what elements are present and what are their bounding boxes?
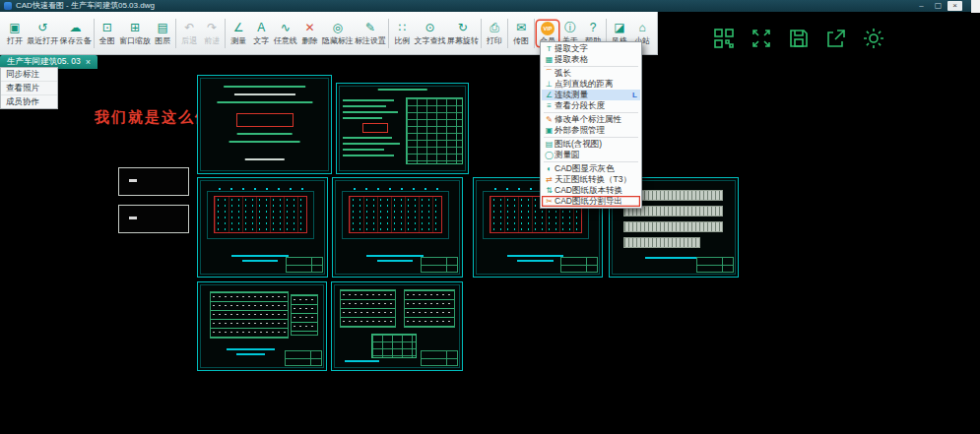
toolbar-item-hide-annotation[interactable]: ◎隐藏标注 — [321, 20, 353, 46]
menu-item-modify-annotation[interactable]: ✎修改单个标注属性 — [542, 114, 640, 125]
cloud-backup-label: 保存云备 — [60, 36, 92, 45]
plan-sheet-1[interactable] — [197, 177, 328, 278]
menu-item-split-export[interactable]: ✂CAD图纸分割导出 — [542, 196, 640, 207]
extract-table-icon: ▦ — [544, 54, 555, 65]
toolbar-item-back: ↶后退 — [178, 20, 200, 46]
menu-item-measure-circle[interactable]: ◯测量圆 — [542, 150, 640, 160]
toolbar-item-recent-open[interactable]: ↺最近打开 — [27, 20, 58, 46]
toolbar-item-layers[interactable]: ▤图层 — [152, 20, 173, 46]
delete-label: 删除 — [301, 36, 317, 45]
spec-title-line — [377, 89, 427, 91]
drawing-canvas[interactable]: 我们就是这么做的 — [0, 69, 980, 434]
version-convert-icon: ⇅ — [544, 185, 555, 196]
app-window: CAD快速看图 - 生产车间建筑05.03.dwg – ▢ × ▣打开↺最近打开… — [0, 0, 980, 434]
title-block — [421, 350, 458, 366]
detail-mark — [129, 179, 137, 182]
toolbar-item-annotation-settings[interactable]: ✎标注设置 — [355, 20, 386, 46]
save-icon[interactable] — [786, 26, 811, 50]
toolbar-item-cloud-backup[interactable]: ☁保存云备 — [59, 20, 91, 46]
extract-text-icon: T — [544, 43, 555, 54]
maximize-button[interactable]: ▢ — [931, 1, 946, 11]
menu-item-label: 天正图纸转换（T3） — [555, 174, 631, 185]
toolbar-item-free-line[interactable]: ∿任意线 — [273, 20, 297, 46]
tab-close-icon[interactable]: × — [86, 58, 91, 67]
plan-caption — [517, 260, 553, 262]
menu-item-cad-gray[interactable]: ◐CAD图显示灰色 — [542, 163, 640, 174]
forward-icon: ↷ — [207, 21, 217, 35]
menu-item-extract-text[interactable]: T提取文字 — [542, 43, 640, 54]
title-block — [560, 257, 598, 273]
left-menu-item-member-collab[interactable]: 成员协作 — [1, 95, 57, 108]
close-button[interactable]: × — [947, 1, 962, 11]
app-icon — [4, 2, 12, 10]
layers-icon: ▤ — [158, 21, 168, 35]
menu-item-tianzheng-convert[interactable]: ⇄天正图纸转换（T3） — [542, 174, 640, 185]
share-icon[interactable] — [823, 26, 848, 50]
toolbar-item-full-view[interactable]: ⊡全图 — [97, 20, 118, 46]
cover-text-line — [233, 93, 294, 95]
menu-item-segment-length[interactable]: ≡查看分段长度 — [542, 100, 640, 111]
menu-item-label: 弧长 — [555, 68, 571, 79]
cover-sheet[interactable] — [197, 75, 332, 174]
menu-item-extract-table[interactable]: ▦提取表格 — [542, 54, 640, 65]
section-detail — [371, 334, 418, 358]
toolbar-separator — [534, 19, 535, 48]
toolbar-item-delete[interactable]: ✕删除 — [298, 20, 320, 46]
settings-gear-icon[interactable] — [861, 26, 885, 50]
toolbar-separator — [225, 19, 226, 48]
title-block — [696, 257, 734, 273]
menu-separator — [544, 161, 638, 162]
window-zoom-icon: ⊞ — [130, 21, 140, 35]
quick-action-bar — [711, 26, 885, 50]
layers-label: 图层 — [155, 36, 170, 45]
plan-caption — [645, 257, 696, 259]
floor-plan-outline — [214, 196, 307, 233]
text-label: 文字 — [253, 36, 269, 45]
menu-item-point-line-distance[interactable]: ⊥点到直线的距离 — [542, 79, 640, 90]
qr-code-icon[interactable] — [711, 26, 736, 50]
vip-member-icon: VIP — [541, 22, 555, 35]
hide-annotation-icon: ◎ — [332, 21, 342, 35]
menu-item-continuous-measure[interactable]: ∠连续测量L — [542, 90, 640, 100]
open-icon: ▣ — [9, 21, 20, 35]
vip-dropdown-menu: T提取文字▦提取表格⌒弧长⊥点到直线的距离∠连续测量L≡查看分段长度✎修改单个标… — [540, 41, 642, 209]
floor-plan-outline — [349, 196, 442, 233]
toolbar-item-text[interactable]: A文字 — [250, 20, 272, 46]
spec-text-line — [343, 143, 400, 145]
toolbar-separator — [94, 19, 95, 48]
menu-item-label: 连续测量 — [555, 90, 588, 100]
menu-item-version-convert[interactable]: ⇅CAD图纸版本转换 — [542, 185, 640, 196]
menu-item-arc-length[interactable]: ⌒弧长 — [542, 68, 640, 79]
toolbar-item-scale[interactable]: ∷比例 — [391, 20, 413, 46]
title-block — [286, 257, 323, 273]
plan-sheet-2[interactable] — [332, 177, 463, 278]
left-menu-item-sync-annotation[interactable]: 同步标注 — [1, 68, 57, 82]
minimize-button[interactable]: – — [914, 1, 929, 11]
toolbar-item-text-search[interactable]: ⊙文字查找 — [414, 20, 445, 46]
menu-shortcut: L — [632, 91, 637, 99]
plan-caption — [507, 255, 563, 257]
spec-sheet[interactable] — [336, 83, 469, 174]
measure-label: 测量 — [230, 36, 246, 45]
arc-length-icon: ⌒ — [544, 68, 555, 79]
cover-text-line — [236, 133, 293, 135]
expand-icon[interactable] — [749, 26, 773, 50]
menu-item-sheet-views[interactable]: ▤图纸(含视图) — [542, 139, 640, 150]
free-line-icon: ∿ — [281, 21, 291, 35]
toolbar-item-measure[interactable]: ∠测量 — [228, 20, 249, 46]
menu-item-label: 提取表格 — [555, 54, 588, 65]
toolbar-item-window-zoom[interactable]: ⊞窗口缩放 — [119, 20, 151, 46]
elevation-sheet-2[interactable] — [331, 281, 463, 371]
screen-rotate-label: 屏幕旋转 — [447, 36, 479, 45]
detail-box-1 — [118, 167, 189, 196]
toolbar-item-transfer[interactable]: ✉传图 — [510, 20, 532, 46]
left-menu-item-view-photo[interactable]: 查看照片 — [1, 82, 57, 95]
menu-item-label: 图纸(含视图) — [555, 139, 602, 150]
toolbar-item-screen-rotate[interactable]: ↻屏幕旋转 — [447, 20, 479, 46]
elevation-sheet-1[interactable] — [197, 281, 327, 371]
plan-caption — [236, 353, 265, 355]
title-block — [421, 257, 458, 273]
toolbar-item-print[interactable]: ⎙打印 — [484, 20, 505, 46]
menu-item-xref-manage[interactable]: ▣外部参照管理 — [542, 125, 640, 136]
toolbar-item-open[interactable]: ▣打开 — [4, 20, 26, 46]
